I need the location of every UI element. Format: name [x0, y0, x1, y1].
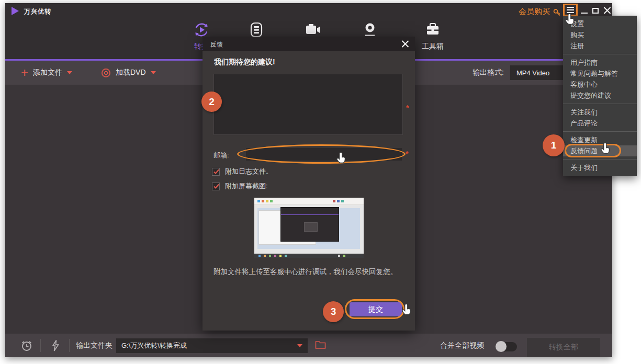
attach-screenshot-label: 附加屏幕截图:: [225, 181, 268, 191]
hand-cursor: [601, 142, 612, 155]
maximize-button[interactable]: [592, 8, 599, 14]
menu-separator: [563, 159, 637, 160]
dialog-close-button[interactable]: [401, 40, 409, 48]
hand-cursor: [565, 13, 577, 26]
tab-video[interactable]: [291, 21, 335, 39]
feedback-highlight-oval: [565, 144, 621, 157]
checkbox-checked-icon[interactable]: [212, 168, 220, 176]
attach-log-checkbox-row[interactable]: 附加日志文件。: [212, 167, 273, 176]
screen: 万兴优转 会员购买: [0, 0, 641, 364]
load-dvd-label: 加载DVD: [116, 68, 146, 77]
add-files-caret-icon[interactable]: [67, 71, 72, 74]
tab-toolbox-label: 工具箱: [411, 42, 455, 51]
required-asterisk: *: [406, 150, 408, 158]
checkbox-checked-icon[interactable]: [212, 183, 220, 190]
close-icon: [401, 40, 409, 48]
annotation-step-2: 2: [201, 92, 222, 112]
dialog-title: 反馈: [210, 40, 223, 49]
load-dvd-caret-icon[interactable]: [151, 71, 156, 74]
menu-item-register[interactable]: 注册: [563, 40, 637, 51]
toolbox-icon: [411, 21, 455, 39]
output-format-label: 输出格式:: [473, 68, 504, 77]
register-key-icon[interactable]: [553, 8, 561, 19]
close-icon: [603, 7, 611, 14]
menu-item-product-review[interactable]: 产品评论: [563, 118, 637, 129]
video-camera-icon: [291, 21, 335, 39]
tab-toolbox[interactable]: 工具箱: [411, 21, 455, 51]
dialog-heading: 我们期待您的建议!: [214, 58, 275, 67]
add-files-label: 添加文件: [33, 68, 62, 77]
add-files-button[interactable]: + 添加文件: [21, 61, 72, 85]
plus-icon: +: [21, 67, 28, 78]
annotation-step-1: 1: [543, 134, 565, 156]
window-close-button[interactable]: [603, 7, 611, 14]
hamburger-menu: 设置 购买 注册 用户指南 常见问题与解答 客服中心 提交您的建议 关注我们 产…: [563, 16, 637, 176]
app-title: 万兴优转: [24, 7, 51, 16]
dialog-titlebar: 反馈: [203, 37, 415, 51]
convert-all-button[interactable]: 转换全部: [527, 338, 600, 357]
menu-item-about-us[interactable]: 关于我们: [563, 162, 637, 173]
merge-all-label: 合并全部视频: [440, 341, 484, 350]
menu-separator: [563, 104, 637, 104]
submit-highlight-oval: [345, 299, 404, 319]
divider: [40, 339, 41, 352]
annotation-step-3: 3: [323, 301, 344, 322]
app-logo-icon: [12, 7, 19, 15]
output-folder-path: G:\万兴优转\转换完成: [121, 341, 297, 350]
menu-item-buy[interactable]: 购买: [563, 29, 637, 40]
divider: [69, 339, 70, 352]
minimize-button[interactable]: [581, 13, 588, 14]
schedule-clock-icon[interactable]: [20, 339, 33, 355]
disc-icon: [101, 68, 111, 78]
menu-item-support-center[interactable]: 客服中心: [563, 79, 637, 90]
output-folder-input[interactable]: G:\万兴优转\转换完成: [116, 338, 308, 353]
suggestion-textarea[interactable]: [213, 74, 403, 135]
email-label: 邮箱:: [213, 151, 229, 160]
output-folder-label: 输出文件夹: [76, 341, 113, 350]
high-speed-icon[interactable]: [49, 339, 62, 355]
tab-record[interactable]: [348, 21, 392, 39]
email-highlight-oval: [237, 144, 406, 164]
menu-separator: [563, 131, 637, 132]
tab-compress[interactable]: [234, 21, 278, 39]
required-asterisk: *: [406, 104, 409, 112]
menu-separator: [563, 54, 637, 54]
merge-all-toggle[interactable]: [496, 342, 517, 351]
menu-item-submit-suggestion[interactable]: 提交您的建议: [563, 90, 637, 101]
compress-icon: [234, 21, 278, 39]
menu-item-follow-us[interactable]: 关注我们: [563, 107, 637, 118]
attach-log-label: 附加日志文件。: [225, 167, 273, 176]
thumb-app-window: [280, 207, 339, 242]
member-buy-link[interactable]: 会员购买: [519, 7, 550, 17]
hand-cursor: [336, 152, 348, 164]
record-icon: [348, 21, 392, 39]
bottombar: 输出文件夹 G:\万兴优转\转换完成 合并全部视频 转换全部: [5, 334, 612, 357]
titlebar: 万兴优转 会员购买: [5, 3, 612, 18]
screenshot-thumbnail: [254, 198, 364, 258]
convert-icon: [179, 21, 223, 39]
menu-item-feedback[interactable]: 反馈问题: [563, 145, 637, 156]
hand-cursor: [402, 303, 413, 316]
upload-note: 附加文件将上传至客服中心进行调试，我们会尽快回复您。: [213, 267, 404, 278]
menu-item-user-guide[interactable]: 用户指南: [563, 57, 637, 68]
load-dvd-button[interactable]: 加载DVD: [101, 61, 156, 85]
toggle-knob: [496, 341, 507, 352]
output-folder-caret-icon[interactable]: [297, 344, 302, 347]
open-folder-icon[interactable]: [315, 340, 326, 351]
menu-item-faq[interactable]: 常见问题与解答: [563, 68, 637, 79]
feedback-dialog: 反馈 我们期待您的建议! * 邮箱: * 附加日志文件。 附加屏幕截图:: [203, 37, 415, 331]
attach-screenshot-checkbox-row[interactable]: 附加屏幕截图:: [212, 181, 268, 191]
